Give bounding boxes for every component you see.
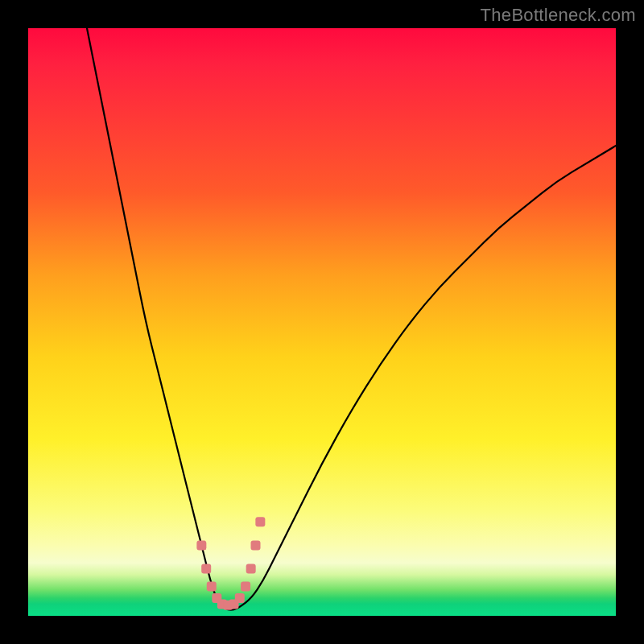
plot-area: [28, 28, 616, 616]
bottleneck-curve: [87, 28, 616, 610]
optimal-marker-dot: [196, 540, 206, 550]
optimal-marker-dot: [255, 517, 265, 526]
optimal-marker-dot: [207, 582, 217, 592]
optimal-marker-dot: [201, 564, 211, 574]
watermark-text: TheBottleneck.com: [481, 5, 636, 26]
optimal-marker-dot: [235, 593, 245, 603]
chart-frame: TheBottleneck.com: [0, 0, 644, 644]
optimal-marker-dot: [246, 564, 256, 574]
optimal-marker-dot: [251, 540, 261, 550]
curve-layer: [28, 28, 616, 616]
optimal-marker-dot: [241, 582, 250, 592]
